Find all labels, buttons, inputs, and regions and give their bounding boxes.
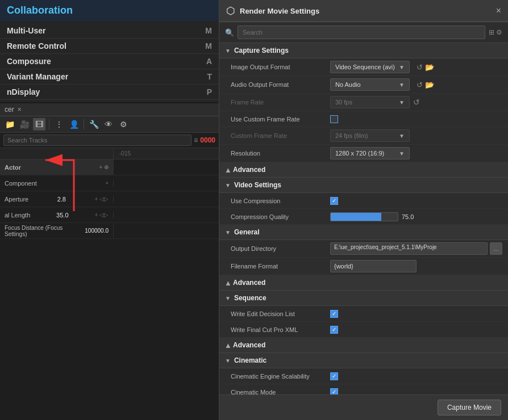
seq-title-bar: cer × [0, 103, 219, 116]
rms-view-options[interactable]: ⊞ ⚙ [489, 28, 502, 36]
prop-row-write-edit-decision-list: Write Edit Decision List [219, 306, 508, 322]
section-arrow-general: ▼ [225, 229, 231, 236]
toolbar-more-btn[interactable]: ⋮ [53, 118, 65, 131]
seq-filter-icon[interactable]: ≡ [194, 136, 198, 144]
section-header-sequence[interactable]: ▼ Sequence [219, 291, 508, 306]
prop-row-use-custom-frame-rate: Use Custom Frame Rate [219, 111, 508, 127]
seq-tracks: Actor + ⊕ Component + Aperture 2.8 + ◁▷ [0, 159, 219, 420]
track-value-aperture: 2.8 [57, 196, 66, 203]
section-header-capture-settings[interactable]: ▼ Capture Settings [219, 43, 508, 58]
cinematic-mode-checkbox[interactable] [330, 388, 338, 395]
section-title-video: Video Settings [234, 181, 281, 189]
cinematic-engine-scalability-checkbox[interactable] [330, 372, 338, 380]
section-title-advanced-capture: Advanced [233, 166, 265, 174]
compression-quality-slider[interactable]: 75.0 [330, 212, 502, 221]
rms-search-input[interactable] [238, 26, 485, 39]
section-arrow-advanced-sequence: ▶ [224, 343, 231, 347]
menu-item-remotecontrol[interactable]: Remote Control M [0, 39, 219, 54]
reset-icon-image-output[interactable]: ↺ [417, 63, 423, 72]
menu-item-composure[interactable]: Composure A [0, 54, 219, 69]
seq-timeline-header: -015 [0, 148, 219, 159]
output-directory-browse-btn[interactable]: … [490, 242, 502, 255]
section-header-advanced-sequence[interactable]: ▶ Advanced [219, 338, 508, 353]
compression-quality-value: 75.0 [402, 213, 414, 220]
browse-icon-image-output[interactable]: 📂 [425, 63, 434, 72]
custom-frame-rate-dropdown[interactable]: 24 fps (film) ▼ [330, 129, 410, 142]
section-header-cinematic[interactable]: ▼ Cinematic [219, 353, 508, 368]
prop-row-compression-quality: Compression Quality 75.0 [219, 209, 508, 225]
menu-item-ndisplay[interactable]: nDisplay P [0, 85, 219, 100]
prop-value-write-final-cut-pro-xml [330, 326, 502, 334]
image-output-format-dropdown[interactable]: Video Sequence (avi) ▼ [330, 61, 410, 73]
section-arrow-capture: ▼ [225, 48, 231, 54]
prop-value-cinematic-engine-scalability [330, 372, 502, 380]
prop-row-resolution: Resolution 1280 x 720 (16:9) ▼ [219, 145, 508, 162]
filename-format-input[interactable] [330, 260, 417, 272]
audio-output-format-dropdown[interactable]: No Audio ▼ [330, 78, 410, 91]
toolbar-camera-btn[interactable]: 🎥 [18, 118, 31, 131]
capture-movie-button[interactable]: Capture Movie [438, 400, 501, 415]
toolbar-wrench-btn[interactable]: 🔧 [88, 118, 100, 131]
prop-row-use-compression: Use Compression [219, 193, 508, 209]
track-actions-actor[interactable]: + ⊕ [99, 164, 109, 170]
section-header-advanced-capture[interactable]: ▶ Advanced [219, 162, 508, 178]
table-row: al Length 35.0 + ◁▷ [0, 207, 219, 223]
section-header-advanced-general[interactable]: ▶ Advanced [219, 275, 508, 291]
track-content-component [114, 175, 219, 191]
prop-row-custom-frame-rate: Custom Frame Rate 24 fps (film) ▼ [219, 127, 508, 145]
write-final-cut-pro-xml-checkbox[interactable] [330, 326, 338, 334]
track-label-focus-distance: Focus Distance (Focus Settings) 100000.0 [0, 225, 114, 237]
track-actions-focal-length[interactable]: + ◁▷ [94, 212, 109, 218]
prop-label-resolution: Resolution [231, 150, 330, 157]
toolbar-eye-btn[interactable]: 👁 [102, 118, 115, 131]
toolbar-film-btn[interactable]: 🎞 [33, 118, 45, 131]
output-directory-input[interactable]: E:\ue_project\seq_project_5.1.1\MyProje [330, 242, 488, 255]
section-title-sequence: Sequence [234, 294, 267, 302]
prop-label-output-directory: Output Directory [231, 245, 330, 252]
prop-label-compression-quality: Compression Quality [231, 213, 330, 220]
seq-toolbar: 📁 🎥 🎞 ⋮ 👤 🔧 👁 ⚙ [0, 116, 219, 133]
prop-row-frame-rate: Frame Rate 30 fps ▼ ↺ [219, 94, 508, 111]
rms-search-bar: 🔍 ⊞ ⚙ [219, 22, 508, 43]
seq-timecode: 0000 [200, 136, 215, 144]
resolution-dropdown[interactable]: 1280 x 720 (16:9) ▼ [330, 147, 410, 159]
reset-icon-audio-output[interactable]: ↺ [417, 81, 423, 89]
reset-frame-rate-btn[interactable]: ↺ [413, 98, 420, 107]
output-dir-row: E:\ue_project\seq_project_5.1.1\MyProje … [330, 242, 502, 255]
collaboration-header: Collaboration [0, 0, 219, 21]
seq-close-button[interactable]: × [18, 106, 22, 114]
track-label-actor: Actor + ⊕ [0, 164, 114, 171]
section-title-advanced-general: Advanced [233, 279, 265, 287]
table-row: Focus Distance (Focus Settings) 100000.0 [0, 223, 219, 239]
compression-quality-bar [330, 212, 398, 221]
seq-search-input[interactable] [3, 135, 191, 146]
toolbar-settings-btn[interactable]: ⚙ [117, 118, 130, 131]
track-actions-component[interactable]: + [105, 180, 109, 186]
write-edit-decision-list-checkbox[interactable] [330, 310, 338, 318]
track-actions-aperture[interactable]: + ◁▷ [94, 196, 109, 202]
prop-row-write-final-cut-pro-xml: Write Final Cut Pro XML [219, 322, 508, 338]
prop-actions-image-output: ↺ 📂 [417, 63, 434, 72]
prop-value-write-edit-decision-list [330, 310, 502, 318]
prop-label-cinematic-mode: Cinematic Mode [231, 389, 330, 395]
track-value-focus-distance: 100000.0 [85, 228, 109, 234]
rms-title-left: ⬡ Render Movie Settings [226, 5, 319, 17]
section-header-video-settings[interactable]: ▼ Video Settings [219, 178, 508, 193]
rms-close-button[interactable]: × [496, 6, 501, 16]
prop-value-compression-quality: 75.0 [330, 212, 502, 221]
use-custom-frame-rate-checkbox[interactable] [330, 115, 338, 123]
prop-row-output-directory: Output Directory E:\ue_project\seq_proje… [219, 240, 508, 258]
render-movie-settings-panel: ⬡ Render Movie Settings × 🔍 ⊞ ⚙ ▼ Captur… [219, 0, 508, 420]
use-compression-checkbox[interactable] [330, 197, 338, 205]
menu-item-multiuser[interactable]: Multi-User M [0, 23, 219, 39]
frame-rate-dropdown[interactable]: 30 fps ▼ [330, 96, 410, 108]
menu-item-variantmanager[interactable]: Variant Manager T [0, 69, 219, 85]
toolbar-person-btn[interactable]: 👤 [68, 118, 80, 131]
track-label-component: Component + [0, 180, 114, 187]
prop-label-frame-rate: Frame Rate [231, 99, 330, 106]
browse-icon-audio-output[interactable]: 📂 [425, 81, 434, 89]
toolbar-sep1 [49, 119, 49, 129]
toolbar-folder-btn[interactable]: 📁 [3, 118, 16, 131]
section-header-general[interactable]: ▼ General [219, 225, 508, 240]
prop-label-cinematic-engine-scalability: Cinematic Engine Scalability [231, 373, 330, 380]
